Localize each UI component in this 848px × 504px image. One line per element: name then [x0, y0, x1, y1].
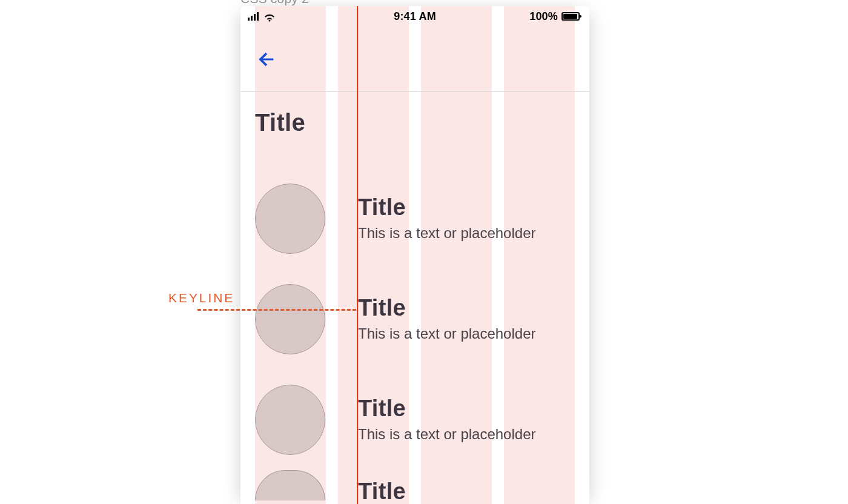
avatar-placeholder-icon [255, 184, 325, 254]
battery-percent: 100% [529, 10, 558, 23]
list-item-title: Title [358, 397, 535, 420]
back-arrow-icon[interactable] [256, 49, 277, 70]
device-frame: 9:41 AM 100% Title Title This is a text … [240, 6, 589, 504]
cellular-signal-icon [248, 12, 259, 21]
list-item-subtitle: This is a text or placeholder [358, 325, 535, 343]
page-title: Title [255, 110, 575, 134]
list-item-subtitle: This is a text or placeholder [358, 225, 535, 242]
list-item[interactable]: Title This is a text or placeholder [255, 168, 575, 269]
nav-bar [240, 27, 589, 92]
list-item[interactable]: Title This is a text or placeholder [255, 269, 575, 370]
list-item-title: Title [358, 296, 535, 319]
cropped-caption: CSS copy 2 [240, 0, 309, 6]
avatar-placeholder-icon [255, 470, 325, 500]
status-bar: 9:41 AM 100% [240, 6, 589, 27]
avatar-placeholder-icon [255, 385, 325, 455]
list-item-subtitle: This is a text or placeholder [358, 426, 535, 443]
battery-icon [561, 12, 580, 21]
wifi-icon [263, 12, 276, 21]
avatar-placeholder-icon [255, 284, 325, 354]
content-area: Title Title This is a text or placeholde… [240, 92, 589, 504]
list-item[interactable]: Title This is a text or placeholder [255, 370, 575, 470]
keyline-label: KEYLINE [168, 291, 234, 305]
list-item-title: Title [358, 480, 406, 503]
list-item[interactable]: Title [255, 470, 575, 504]
list-item-title: Title [358, 196, 535, 219]
